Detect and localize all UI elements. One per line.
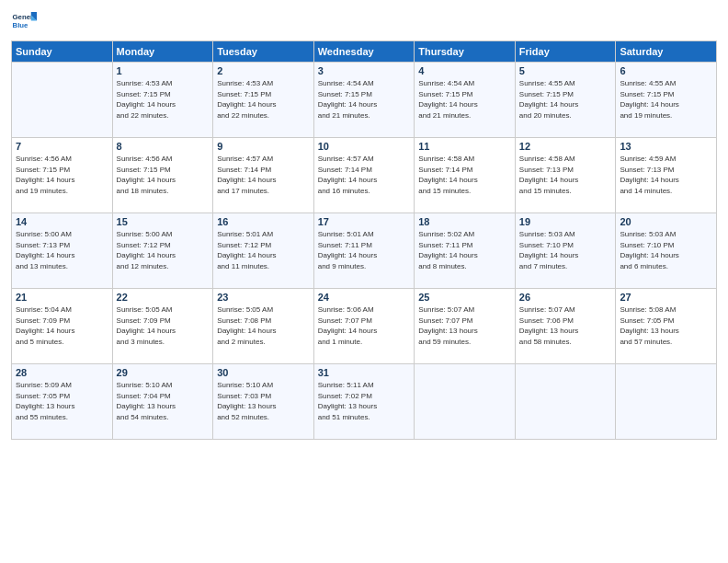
day-number: 19 xyxy=(519,216,612,227)
day-info: Sunrise: 4:57 AM Sunset: 7:14 PM Dayligh… xyxy=(217,154,310,196)
day-info: Sunrise: 4:55 AM Sunset: 7:15 PM Dayligh… xyxy=(519,78,612,121)
calendar-day-cell: 26Sunrise: 5:07 AM Sunset: 7:06 PM Dayli… xyxy=(515,289,616,364)
header: General Blue xyxy=(11,9,717,35)
day-number: 22 xyxy=(117,292,210,303)
day-info: Sunrise: 4:56 AM Sunset: 7:15 PM Dayligh… xyxy=(117,154,210,196)
svg-text:Blue: Blue xyxy=(13,21,29,29)
day-info: Sunrise: 4:54 AM Sunset: 7:15 PM Dayligh… xyxy=(418,78,511,121)
day-info: Sunrise: 4:53 AM Sunset: 7:15 PM Dayligh… xyxy=(117,78,210,121)
day-info: Sunrise: 5:05 AM Sunset: 7:09 PM Dayligh… xyxy=(117,304,210,347)
day-info: Sunrise: 5:03 AM Sunset: 7:10 PM Dayligh… xyxy=(620,229,712,271)
day-info: Sunrise: 4:57 AM Sunset: 7:14 PM Dayligh… xyxy=(318,154,411,196)
logo: General Blue xyxy=(11,9,40,35)
day-info: Sunrise: 5:05 AM Sunset: 7:08 PM Dayligh… xyxy=(217,304,310,347)
calendar-day-cell: 16Sunrise: 5:01 AM Sunset: 7:12 PM Dayli… xyxy=(213,213,314,289)
calendar-body: 1Sunrise: 4:53 AM Sunset: 7:15 PM Daylig… xyxy=(12,63,717,440)
day-number: 18 xyxy=(418,216,511,227)
calendar-week-row: 1Sunrise: 4:53 AM Sunset: 7:15 PM Daylig… xyxy=(12,63,717,138)
day-number: 4 xyxy=(418,65,511,76)
day-number: 23 xyxy=(217,292,310,303)
day-number: 26 xyxy=(519,292,612,303)
calendar-day-cell: 11Sunrise: 4:58 AM Sunset: 7:14 PM Dayli… xyxy=(415,138,516,213)
calendar-week-row: 7Sunrise: 4:56 AM Sunset: 7:15 PM Daylig… xyxy=(12,138,717,213)
calendar-day-cell: 23Sunrise: 5:05 AM Sunset: 7:08 PM Dayli… xyxy=(213,289,314,364)
calendar-day-cell: 6Sunrise: 4:55 AM Sunset: 7:15 PM Daylig… xyxy=(616,63,717,138)
day-info: Sunrise: 4:55 AM Sunset: 7:15 PM Dayligh… xyxy=(620,78,712,121)
calendar-day-cell: 24Sunrise: 5:06 AM Sunset: 7:07 PM Dayli… xyxy=(313,289,415,364)
day-number: 15 xyxy=(117,216,210,227)
day-info: Sunrise: 5:03 AM Sunset: 7:10 PM Dayligh… xyxy=(519,229,612,271)
calendar-day-cell: 3Sunrise: 4:54 AM Sunset: 7:15 PM Daylig… xyxy=(313,63,415,138)
calendar-day-cell: 29Sunrise: 5:10 AM Sunset: 7:04 PM Dayli… xyxy=(112,364,213,440)
day-number: 1 xyxy=(117,65,210,76)
day-info: Sunrise: 5:10 AM Sunset: 7:03 PM Dayligh… xyxy=(217,380,310,422)
day-info: Sunrise: 5:07 AM Sunset: 7:06 PM Dayligh… xyxy=(519,304,612,347)
weekday-header-cell: Saturday xyxy=(616,41,717,63)
calendar-day-cell: 22Sunrise: 5:05 AM Sunset: 7:09 PM Dayli… xyxy=(112,289,213,364)
day-number: 10 xyxy=(318,141,411,152)
calendar-week-row: 28Sunrise: 5:09 AM Sunset: 7:05 PM Dayli… xyxy=(12,364,717,440)
day-number: 12 xyxy=(519,141,612,152)
day-info: Sunrise: 5:10 AM Sunset: 7:04 PM Dayligh… xyxy=(117,380,210,422)
calendar-day-cell: 4Sunrise: 4:54 AM Sunset: 7:15 PM Daylig… xyxy=(415,63,516,138)
weekday-header-row: SundayMondayTuesdayWednesdayThursdayFrid… xyxy=(12,41,717,63)
day-info: Sunrise: 5:01 AM Sunset: 7:11 PM Dayligh… xyxy=(318,229,411,271)
day-number: 28 xyxy=(16,367,108,378)
day-number: 14 xyxy=(16,216,108,227)
calendar-day-cell: 20Sunrise: 5:03 AM Sunset: 7:10 PM Dayli… xyxy=(616,213,717,289)
calendar-week-row: 21Sunrise: 5:04 AM Sunset: 7:09 PM Dayli… xyxy=(12,289,717,364)
day-info: Sunrise: 5:00 AM Sunset: 7:12 PM Dayligh… xyxy=(117,229,210,271)
day-info: Sunrise: 5:08 AM Sunset: 7:05 PM Dayligh… xyxy=(620,304,712,347)
day-number: 6 xyxy=(620,65,712,76)
day-number: 13 xyxy=(620,141,712,152)
weekday-header-cell: Wednesday xyxy=(313,41,415,63)
calendar-day-cell: 5Sunrise: 4:55 AM Sunset: 7:15 PM Daylig… xyxy=(515,63,616,138)
calendar-day-cell xyxy=(616,364,717,440)
day-info: Sunrise: 5:06 AM Sunset: 7:07 PM Dayligh… xyxy=(318,304,411,347)
day-number: 8 xyxy=(117,141,210,152)
weekday-header-cell: Monday xyxy=(112,41,213,63)
day-info: Sunrise: 5:04 AM Sunset: 7:09 PM Dayligh… xyxy=(16,304,108,347)
day-number: 16 xyxy=(217,216,310,227)
day-number: 24 xyxy=(318,292,411,303)
calendar-day-cell: 10Sunrise: 4:57 AM Sunset: 7:14 PM Dayli… xyxy=(313,138,415,213)
day-info: Sunrise: 5:02 AM Sunset: 7:11 PM Dayligh… xyxy=(418,229,511,271)
day-info: Sunrise: 5:11 AM Sunset: 7:02 PM Dayligh… xyxy=(318,380,411,422)
calendar-day-cell: 1Sunrise: 4:53 AM Sunset: 7:15 PM Daylig… xyxy=(112,63,213,138)
calendar-day-cell: 25Sunrise: 5:07 AM Sunset: 7:07 PM Dayli… xyxy=(415,289,516,364)
day-info: Sunrise: 5:09 AM Sunset: 7:05 PM Dayligh… xyxy=(16,380,108,422)
calendar-day-cell: 7Sunrise: 4:56 AM Sunset: 7:15 PM Daylig… xyxy=(12,138,113,213)
day-number: 20 xyxy=(620,216,712,227)
day-info: Sunrise: 4:53 AM Sunset: 7:15 PM Dayligh… xyxy=(217,78,310,121)
weekday-header-cell: Thursday xyxy=(415,41,516,63)
day-number: 30 xyxy=(217,367,310,378)
calendar-day-cell: 8Sunrise: 4:56 AM Sunset: 7:15 PM Daylig… xyxy=(112,138,213,213)
day-number: 2 xyxy=(217,65,310,76)
calendar-day-cell: 28Sunrise: 5:09 AM Sunset: 7:05 PM Dayli… xyxy=(12,364,113,440)
calendar-day-cell: 15Sunrise: 5:00 AM Sunset: 7:12 PM Dayli… xyxy=(112,213,213,289)
day-info: Sunrise: 4:56 AM Sunset: 7:15 PM Dayligh… xyxy=(16,154,108,196)
calendar-day-cell xyxy=(415,364,516,440)
day-number: 21 xyxy=(16,292,108,303)
weekday-header-cell: Tuesday xyxy=(213,41,314,63)
calendar-day-cell: 30Sunrise: 5:10 AM Sunset: 7:03 PM Dayli… xyxy=(213,364,314,440)
calendar-day-cell: 12Sunrise: 4:58 AM Sunset: 7:13 PM Dayli… xyxy=(515,138,616,213)
calendar-day-cell: 14Sunrise: 5:00 AM Sunset: 7:13 PM Dayli… xyxy=(12,213,113,289)
calendar-day-cell: 2Sunrise: 4:53 AM Sunset: 7:15 PM Daylig… xyxy=(213,63,314,138)
day-number: 17 xyxy=(318,216,411,227)
day-number: 11 xyxy=(418,141,511,152)
logo-icon: General Blue xyxy=(11,9,37,35)
day-number: 9 xyxy=(217,141,310,152)
calendar-week-row: 14Sunrise: 5:00 AM Sunset: 7:13 PM Dayli… xyxy=(12,213,717,289)
weekday-header-cell: Sunday xyxy=(12,41,113,63)
calendar-day-cell: 27Sunrise: 5:08 AM Sunset: 7:05 PM Dayli… xyxy=(616,289,717,364)
day-info: Sunrise: 4:59 AM Sunset: 7:13 PM Dayligh… xyxy=(620,154,712,196)
weekday-header-cell: Friday xyxy=(515,41,616,63)
calendar-day-cell: 9Sunrise: 4:57 AM Sunset: 7:14 PM Daylig… xyxy=(213,138,314,213)
calendar-container: General Blue SundayMondayTuesdayWednesda… xyxy=(0,0,728,447)
calendar-day-cell xyxy=(515,364,616,440)
day-info: Sunrise: 5:07 AM Sunset: 7:07 PM Dayligh… xyxy=(418,304,511,347)
day-number: 29 xyxy=(117,367,210,378)
calendar-table: SundayMondayTuesdayWednesdayThursdayFrid… xyxy=(11,40,717,440)
day-number: 31 xyxy=(318,367,411,378)
